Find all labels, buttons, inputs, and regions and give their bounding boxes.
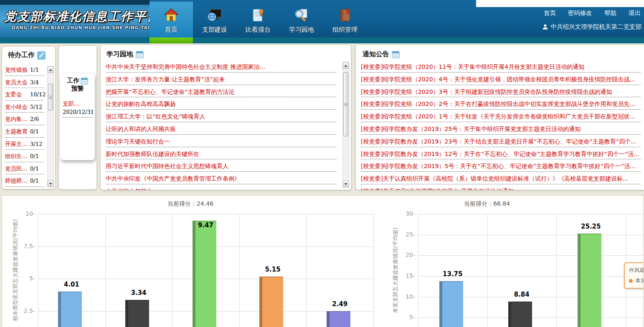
- todo-item-count: 10/12: [30, 91, 46, 98]
- chart-tooltip: 作风建设本党: [624, 262, 644, 289]
- scrollbar-down-button[interactable]: [48, 180, 53, 187]
- tab-branch-building[interactable]: 支部建设: [193, 2, 236, 38]
- news-item: 浙江大学：发挥各方力量 让主题教育“活”起来: [106, 73, 337, 85]
- chart-bar[interactable]: [439, 281, 463, 327]
- chart-bar[interactable]: [259, 277, 283, 327]
- todo-item: 党小组会5/12: [5, 101, 44, 113]
- calendar-icon: [392, 50, 400, 58]
- logo-subtitle: DANG ZHI BU BIAO ZHUN HUA JIAN SHE PING …: [12, 25, 150, 30]
- chart-gridline: [487, 214, 488, 327]
- chart-bar[interactable]: [327, 311, 350, 327]
- link-change-password[interactable]: 密码修改: [568, 10, 592, 16]
- link-help[interactable]: 帮助: [604, 10, 616, 16]
- chart-bar[interactable]: [125, 300, 149, 327]
- news-link[interactable]: 用习近平新时代中国特色社会主义思想铸魂育人: [106, 163, 228, 170]
- tab-study-garden[interactable]: 学习园地: [280, 2, 323, 38]
- study-panel-title: 学习园地: [106, 50, 144, 59]
- scrollbar-down-button[interactable]: [343, 181, 349, 187]
- chart-gridline: [306, 214, 307, 327]
- news-link[interactable]: [校党委]绍学院党组（2020）1号：关于转发《关于充分发挥全市各级党组织和广大…: [361, 113, 635, 121]
- news-item: 理论学习关键在知行合一: [106, 135, 337, 147]
- todo-scrollbar[interactable]: [47, 66, 54, 187]
- news-link[interactable]: [校党委]关于使用“学习强国”学习平台 开展学习活动的通知: [361, 188, 514, 190]
- todo-panel: 待办工作 党性锻炼1/1党员大会3/4支委会10/12党小组会5/12党内集…2…: [2, 47, 55, 189]
- todo-item-link[interactable]: 党小组会: [5, 103, 28, 111]
- edit-icon[interactable]: [37, 51, 46, 60]
- todo-item-link[interactable]: 开展主…: [5, 141, 28, 148]
- app-window: 党支部标准化信息工作平台 DANG ZHI BU BIAO ZHUN HUA J…: [0, 0, 644, 327]
- news-link[interactable]: 大学的定力与初心: [106, 188, 152, 190]
- news-link[interactable]: 把握开展“不忘初心、牢记使命”主题教育的方法论: [106, 88, 235, 96]
- scrollbar-thumb[interactable]: [48, 84, 53, 111]
- notice-panel: 通知公告 [校党委]绍学院党组（2020）11号：关于集中组织开展4月份支部主题…: [356, 45, 644, 190]
- warning-panel-title: 工作 预警: [60, 77, 95, 93]
- tooltip-series-value: 本党: [629, 277, 644, 284]
- news-item: [校党委]绍学院教办发（2019）25号：关于集中组织开展党支部主题党日活动的通…: [361, 122, 641, 135]
- news-link[interactable]: [校党委]绍学院教办发（2019）12号：关于在“不忘初心、牢记使命”主题教育学…: [361, 151, 639, 158]
- warning-item[interactable]: 支部… 2020/12/31: [63, 100, 93, 118]
- chart-bar[interactable]: [578, 234, 601, 327]
- todo-item: 师德师…0/1: [5, 174, 44, 187]
- news-item: [校党委]绍学院党组（2020）11号：关于集中组织开展4月份支部主题党日活动的…: [361, 60, 641, 73]
- news-item: [校党委]绍学院教办发（2019）12号：关于在“不忘初心、牢记使命”主题教育学…: [361, 147, 641, 160]
- chart-bar-value: 8.84: [501, 291, 543, 298]
- todo-item-count: 0/1: [30, 166, 39, 172]
- monitor-globe-icon: [207, 8, 222, 23]
- todo-item-link[interactable]: 师德师…: [5, 177, 28, 185]
- chart-bar[interactable]: [193, 221, 216, 327]
- news-link[interactable]: 让听的人和讲的人同频共振: [106, 126, 176, 133]
- tab-compare-arena[interactable]: 比看擂台: [236, 2, 280, 38]
- news-item: 新时代加强教师队伍建设的关键所在: [106, 147, 337, 160]
- news-link[interactable]: 浙江理工大学：以“红色文化”铸魂育人: [106, 113, 205, 121]
- news-item: 把握开展“不忘初心、牢记使命”主题教育的方法论: [106, 85, 337, 98]
- scrollbar-up-button[interactable]: [343, 62, 349, 69]
- warning-item-date: 2020/12/31: [63, 109, 93, 115]
- chart-gridline: [105, 214, 106, 327]
- warning-item-label[interactable]: 支部…: [63, 100, 93, 108]
- chart-gridline: [373, 214, 374, 327]
- news-link[interactable]: [校党委]绍学院党组（2020）2号：关于在打赢疫情防控阻击战中切实发挥党支部战…: [361, 101, 635, 108]
- news-link[interactable]: [校党委]绍学院党组（2020）3号：关于组建新冠疫情防控党员突击队投身防控疫情…: [361, 88, 612, 96]
- tab-org-management[interactable]: 组织管理: [323, 2, 367, 38]
- scrollbar-thumb[interactable]: [343, 72, 348, 136]
- news-link[interactable]: [校党委]绍学院教办发（2019）5号：关于在“不忘初心、牢记使命”主题教育学习…: [361, 163, 636, 170]
- news-link[interactable]: [校党委]关于认真组织开展《高校院（系）级单位党组织建设标准（试行）》《高校基层…: [361, 175, 628, 183]
- scrollbar-up-button[interactable]: [48, 66, 53, 73]
- todo-item-link[interactable]: 党员民…: [5, 165, 28, 173]
- todo-item: 党性锻炼1/1: [5, 63, 44, 76]
- chart-bar[interactable]: [508, 302, 532, 327]
- todo-panel-title: 待办工作: [8, 51, 46, 60]
- todo-item-link[interactable]: 组织生…: [5, 153, 28, 160]
- news-link[interactable]: 新时代加强教师队伍建设的关键所在: [106, 151, 199, 158]
- news-link[interactable]: [校党委]绍学院教办发（2019）23号：关于结合支部主题党日开展“不忘初心、牢…: [361, 138, 636, 146]
- news-link[interactable]: [校党委]绍学院党组（2020）11号：关于集中组织开展4月份支部主题党日活动的…: [361, 63, 584, 71]
- tab-home[interactable]: 首页: [150, 2, 193, 38]
- news-link[interactable]: 中共中央印发《中国共产党党员教育管理工作条例》: [106, 175, 240, 183]
- news-link[interactable]: 浙江大学：发挥各方力量 让主题教育“活”起来: [106, 76, 225, 83]
- link-home[interactable]: 首页: [544, 10, 556, 16]
- news-item: 用习近平新时代中国特色社会主义思想铸魂育人: [106, 159, 337, 172]
- chart-gridline: [239, 214, 240, 327]
- todo-item-link[interactable]: 党性锻炼: [5, 66, 28, 74]
- news-item: [校党委]绍学院教办发（2019）5号：关于在“不忘初心、牢记使命”主题教育学习…: [361, 159, 641, 172]
- news-link[interactable]: 让党的旗帜在高校高高飘扬: [106, 101, 176, 108]
- todo-item: 支委会10/12: [5, 88, 44, 101]
- tab-label: 组织管理: [332, 26, 357, 34]
- tab-label: 学习园地: [289, 26, 314, 34]
- todo-item-link[interactable]: 支委会: [5, 91, 22, 98]
- news-link[interactable]: [校党委]绍学院教办发（2019）25号：关于集中组织开展党支部主题党日活动的通…: [361, 126, 581, 133]
- link-logout[interactable]: 退出: [629, 10, 641, 16]
- todo-item-link[interactable]: 党内集…: [5, 116, 28, 123]
- chart-bar[interactable]: [58, 292, 82, 327]
- search-doc-icon: [294, 8, 309, 23]
- chart-bar-value: 13.75: [432, 270, 474, 278]
- news-link[interactable]: 中共中央关于坚持和完善中国特色社会主义制度 推进国家治…: [106, 63, 265, 71]
- study-scrollbar[interactable]: [342, 62, 349, 188]
- todo-item-link[interactable]: 党员大会: [5, 79, 28, 86]
- todo-title-text: 待办工作: [8, 51, 35, 60]
- todo-item-link[interactable]: 主题教育: [5, 128, 28, 136]
- news-link[interactable]: [校党委]绍学院党组（2020）4号：关于强化党建引领，团结带领全校团员青年积极…: [361, 76, 635, 83]
- user-name: 中共绍兴文理学院机关第二党支部: [551, 23, 642, 31]
- news-link[interactable]: 理论学习关键在知行合一: [106, 138, 170, 146]
- chart-tick-label: 30: [388, 210, 413, 217]
